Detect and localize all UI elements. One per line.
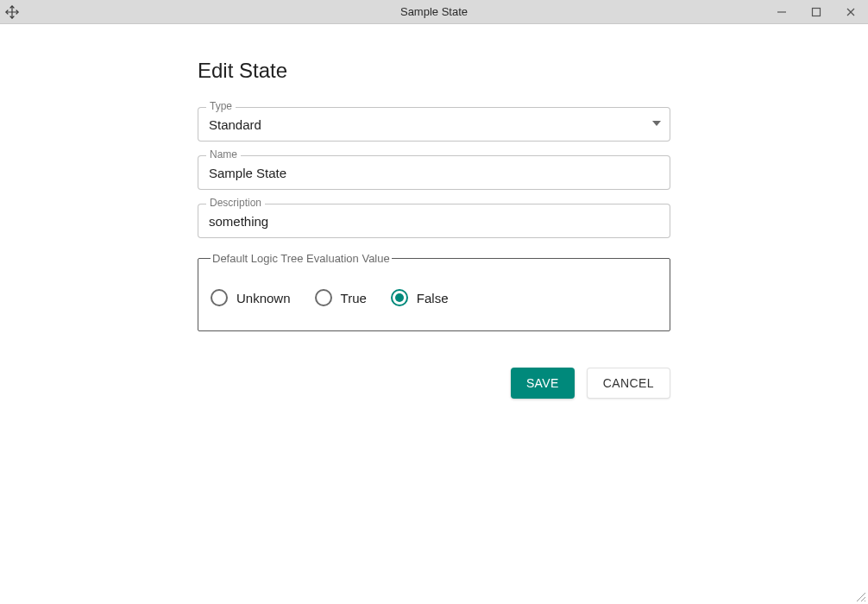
actions: SAVE CANCEL xyxy=(198,368,670,399)
window-controls xyxy=(764,0,868,23)
edit-state-form: Edit State Type Standard Name Descriptio… xyxy=(198,59,670,399)
maximize-button[interactable] xyxy=(799,0,833,23)
radio-icon xyxy=(315,289,332,306)
save-button[interactable]: SAVE xyxy=(511,368,575,399)
radio-unknown[interactable]: Unknown xyxy=(211,289,291,306)
radio-icon xyxy=(391,289,408,306)
name-input[interactable] xyxy=(209,156,659,189)
chevron-down-icon xyxy=(651,116,662,132)
type-label: Type xyxy=(206,101,236,111)
radio-unknown-label: Unknown xyxy=(236,291,291,305)
page-title: Edit State xyxy=(198,59,670,83)
radio-false-label: False xyxy=(417,291,449,305)
type-select[interactable]: Standard xyxy=(198,107,670,142)
close-button[interactable] xyxy=(833,0,868,23)
minimize-button[interactable] xyxy=(764,0,799,23)
svg-line-7 xyxy=(857,593,865,601)
titlebar: Sample State xyxy=(0,0,868,24)
type-value: Standard xyxy=(209,117,261,132)
radio-true[interactable]: True xyxy=(315,289,367,306)
description-field: Description xyxy=(198,204,670,238)
radio-true-label: True xyxy=(341,291,367,305)
svg-rect-3 xyxy=(813,8,821,16)
move-handle-icon[interactable] xyxy=(0,0,24,24)
content: Edit State Type Standard Name Descriptio… xyxy=(0,24,868,399)
resize-grip-icon[interactable] xyxy=(854,590,866,602)
radio-row: Unknown True False xyxy=(211,289,657,306)
description-input[interactable] xyxy=(209,204,659,237)
svg-marker-6 xyxy=(652,121,661,126)
default-evaluation-group: Default Logic Tree Evaluation Value Unkn… xyxy=(198,252,670,331)
description-label: Description xyxy=(206,198,265,208)
cancel-button[interactable]: CANCEL xyxy=(587,368,670,399)
window-title: Sample State xyxy=(0,5,868,18)
radio-icon xyxy=(211,289,228,306)
name-field: Name xyxy=(198,155,670,190)
svg-line-9 xyxy=(865,601,865,601)
name-label: Name xyxy=(206,149,241,160)
radio-false[interactable]: False xyxy=(391,289,449,306)
type-field: Type Standard xyxy=(198,107,670,142)
group-legend: Default Logic Tree Evaluation Value xyxy=(211,252,392,265)
